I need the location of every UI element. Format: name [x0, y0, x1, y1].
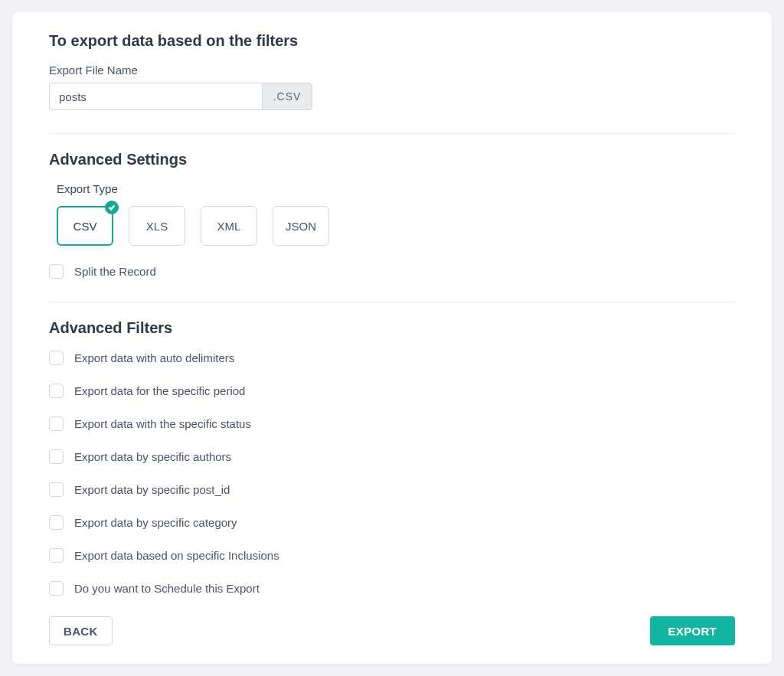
split-record-row: Split the Record	[49, 264, 735, 279]
filter-checkbox[interactable]	[49, 416, 64, 431]
filter-row: Export data by specific post_id	[49, 482, 735, 497]
filter-checkbox[interactable]	[49, 515, 64, 530]
advanced-filters-title: Advanced Filters	[49, 319, 735, 337]
export-type-csv[interactable]: CSV	[57, 206, 113, 246]
filters-list: Export data with auto delimitersExport d…	[49, 351, 735, 596]
filter-label: Export data by specific authors	[74, 450, 231, 463]
filter-checkbox[interactable]	[49, 482, 64, 497]
filter-row: Export data based on specific Inclusions	[49, 548, 735, 563]
export-type-json[interactable]: JSON	[273, 206, 329, 246]
check-icon	[105, 201, 119, 214]
filter-row: Do you want to Schedule this Export	[49, 581, 735, 596]
export-card: To export data based on the filters Expo…	[12, 12, 772, 664]
filter-row: Export data by specific authors	[49, 449, 735, 464]
filter-checkbox[interactable]	[49, 548, 64, 563]
filter-checkbox[interactable]	[49, 581, 64, 596]
export-type-label: Export Type	[57, 182, 735, 195]
footer-bar: BACK EXPORT	[49, 616, 735, 645]
filter-row: Export data with auto delimiters	[49, 351, 735, 365]
filter-label: Export data for the specific period	[74, 384, 245, 397]
filter-label: Export data by specific post_id	[74, 483, 230, 496]
filter-label: Export data based on specific Inclusions	[74, 549, 279, 562]
back-button[interactable]: BACK	[49, 616, 113, 645]
file-name-input[interactable]	[49, 83, 262, 110]
divider	[49, 302, 735, 302]
filter-label: Do you want to Schedule this Export	[74, 582, 260, 595]
split-record-checkbox[interactable]	[49, 264, 64, 279]
export-type-label: CSV	[74, 220, 97, 233]
export-type-row: CSVXLSXMLJSON	[49, 206, 735, 246]
page-title: To export data based on the filters	[49, 32, 735, 50]
file-name-label: Export File Name	[49, 64, 735, 77]
filter-checkbox[interactable]	[49, 351, 64, 365]
export-type-xml[interactable]: XML	[201, 206, 257, 246]
filter-row: Export data for the specific period	[49, 384, 735, 398]
filter-label: Export data with the specific status	[74, 417, 251, 430]
filter-label: Export data with auto delimiters	[74, 351, 234, 364]
filter-checkbox[interactable]	[49, 449, 64, 464]
filter-row: Export data by specific category	[49, 515, 735, 530]
export-button[interactable]: EXPORT	[650, 616, 735, 645]
export-type-label: JSON	[286, 220, 316, 233]
divider	[49, 133, 735, 134]
export-type-label: XLS	[146, 220, 168, 233]
split-record-label: Split the Record	[74, 265, 156, 278]
filter-label: Export data by specific category	[74, 516, 237, 529]
file-extension-badge: .CSV	[262, 83, 312, 110]
export-type-xls[interactable]: XLS	[129, 206, 185, 246]
filter-row: Export data with the specific status	[49, 416, 735, 431]
advanced-settings-title: Advanced Settings	[49, 151, 735, 168]
file-name-row: .CSV	[49, 83, 312, 110]
filter-checkbox[interactable]	[49, 384, 64, 398]
page-frame: To export data based on the filters Expo…	[6, 6, 778, 670]
export-type-label: XML	[217, 220, 241, 233]
